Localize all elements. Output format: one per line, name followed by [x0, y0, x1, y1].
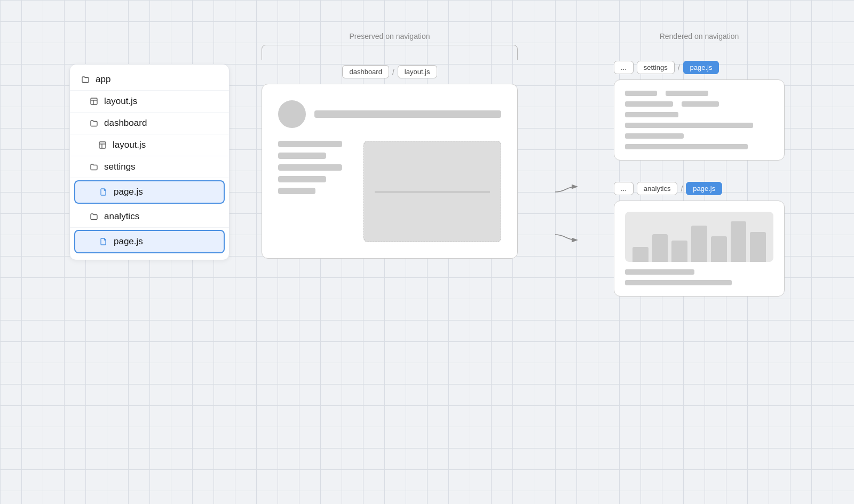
pill-sep-1: / — [392, 68, 394, 76]
right-bottom-pill-page-js: page.js — [686, 182, 722, 195]
sidebar-item-app[interactable]: app — [70, 69, 229, 91]
wf-line-4 — [278, 176, 326, 182]
sidebar-item-layout-js-2-label: layout.js — [113, 140, 146, 150]
rc-line-1 — [625, 91, 657, 96]
right-bottom-sep: / — [681, 185, 683, 193]
right-bottom-card — [614, 201, 785, 297]
file-tree: app layout.js dashboard — [69, 64, 230, 260]
wf-body — [278, 141, 501, 242]
sidebar-item-app-label: app — [96, 74, 110, 85]
main-container: app layout.js dashboard — [0, 0, 854, 504]
wf-left-col — [278, 141, 353, 242]
sidebar-item-dashboard[interactable]: dashboard — [70, 113, 229, 134]
sidebar-item-layout-js-2[interactable]: layout.js — [70, 134, 229, 156]
rc-row-4 — [625, 123, 773, 128]
right-bottom-breadcrumbs: ... analytics / page.js — [614, 182, 785, 195]
wf-avatar — [278, 100, 306, 128]
wf-line-1 — [278, 141, 342, 147]
file-icon-2 — [99, 237, 108, 246]
rendered-label: Rendered on navigation — [614, 32, 785, 41]
chart-line-2 — [625, 280, 732, 285]
middle-column: Preserved on navigation dashboard / layo… — [262, 32, 518, 259]
sidebar-item-layout-js-1[interactable]: layout.js — [70, 91, 229, 113]
right-bottom-group: ... analytics / page.js — [614, 182, 785, 297]
wf-line-5 — [278, 188, 315, 194]
chart-area — [625, 212, 773, 262]
rc-line-2 — [666, 91, 708, 96]
wf-header-line — [314, 110, 501, 118]
rc-row-2 — [625, 101, 773, 107]
right-top-group: ... settings / page.js — [614, 61, 785, 161]
sidebar-item-page-js-1-label: page.js — [114, 187, 143, 197]
chart-bar-4 — [691, 226, 707, 262]
chart-bar-3 — [671, 241, 687, 262]
rc-line-7 — [625, 133, 684, 139]
right-top-pill-settings: settings — [637, 61, 675, 74]
sidebar-item-analytics[interactable]: analytics — [70, 206, 229, 228]
sidebar-item-settings[interactable]: settings — [70, 156, 229, 178]
chart-bar-2 — [652, 234, 668, 262]
sidebar-item-settings-label: settings — [104, 162, 136, 172]
arrow-area — [550, 160, 582, 267]
chart-line-1 — [625, 269, 694, 275]
pill-layout-js: layout.js — [398, 65, 437, 78]
right-bottom-pill-analytics: analytics — [637, 182, 678, 195]
main-wireframe — [262, 84, 518, 259]
rc-row-3 — [625, 112, 773, 117]
sidebar-item-analytics-label: analytics — [104, 211, 139, 222]
folder-icon — [81, 75, 90, 84]
wf-line-3 — [278, 164, 342, 171]
rc-line-8 — [625, 144, 748, 149]
sidebar-item-dashboard-label: dashboard — [104, 118, 147, 129]
sidebar-item-page-js-2-label: page.js — [114, 236, 143, 247]
folder-icon-4 — [89, 212, 99, 221]
preserved-label: Preserved on navigation — [350, 32, 430, 41]
chart-bar-1 — [632, 247, 649, 262]
folder-icon-3 — [89, 162, 99, 172]
sidebar-item-page-js-2[interactable]: page.js — [74, 230, 225, 253]
right-column: Rendered on navigation ... settings / pa… — [614, 32, 785, 297]
chart-bar-5 — [711, 236, 727, 262]
wf-image-line — [375, 191, 490, 193]
svg-rect-0 — [91, 98, 97, 105]
chart-bars — [632, 219, 766, 262]
right-top-sep: / — [678, 63, 680, 72]
right-top-breadcrumbs: ... settings / page.js — [614, 61, 785, 74]
rc-row-6 — [625, 144, 773, 149]
right-bottom-pill-dots: ... — [614, 182, 634, 195]
arrows-svg — [550, 160, 582, 267]
sidebar-item-page-js-1[interactable]: page.js — [74, 180, 225, 204]
right-top-card — [614, 79, 785, 161]
chart-bar-6 — [731, 221, 747, 262]
sidebar-item-layout-js-1-label: layout.js — [104, 96, 137, 107]
svg-rect-3 — [99, 142, 106, 148]
rc-line-6 — [625, 123, 753, 128]
rc-line-4 — [682, 101, 719, 107]
pill-dashboard: dashboard — [342, 65, 389, 78]
chart-bar-7 — [750, 232, 766, 262]
layout-icon — [89, 97, 99, 106]
wf-line-2 — [278, 153, 326, 159]
right-top-pill-page-js: page.js — [683, 61, 719, 74]
wf-image-box — [363, 141, 501, 242]
folder-icon-2 — [89, 118, 99, 128]
middle-breadcrumbs: dashboard / layout.js — [342, 60, 437, 78]
rc-row-1 — [625, 91, 773, 96]
preserved-bracket — [262, 45, 518, 60]
right-top-pill-dots: ... — [614, 61, 634, 74]
rc-row-5 — [625, 133, 773, 139]
rc-line-5 — [625, 112, 678, 117]
layout-icon-2 — [98, 140, 107, 150]
rc-line-3 — [625, 101, 673, 107]
wf-header — [278, 100, 501, 128]
chart-caption — [625, 269, 773, 285]
file-icon — [99, 187, 108, 197]
